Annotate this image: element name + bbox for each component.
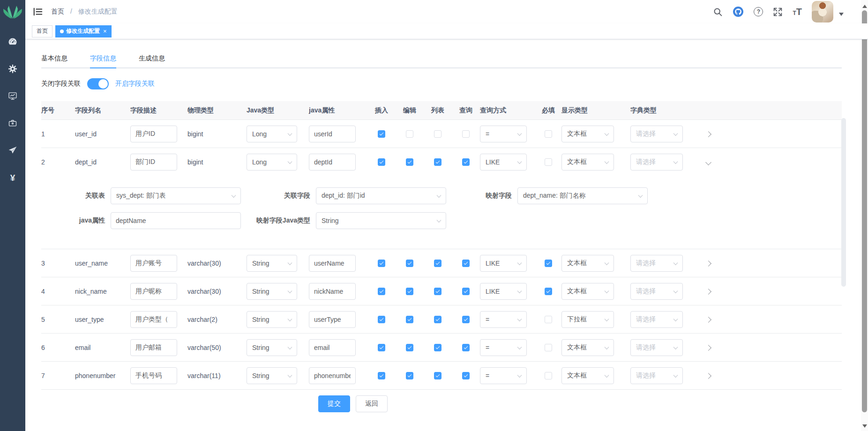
tab-2[interactable]: 生成信息 <box>139 49 165 67</box>
sidebar-item-toolbox[interactable] <box>0 110 25 137</box>
expand-row-icon[interactable] <box>705 131 711 137</box>
required-checkbox[interactable] <box>545 288 552 295</box>
java-attr-input[interactable] <box>309 339 356 356</box>
user-menu[interactable] <box>812 1 844 22</box>
description-input[interactable] <box>130 311 177 328</box>
query-checkbox[interactable] <box>462 130 470 138</box>
association-toggle[interactable] <box>87 78 109 89</box>
tag-active[interactable]: 修改生成配置 × <box>55 25 112 37</box>
required-checkbox[interactable] <box>545 316 552 323</box>
dict-type-select[interactable]: 请选择 <box>630 283 683 300</box>
expand-row-icon[interactable] <box>705 289 711 295</box>
scrollbar-down-arrow-icon[interactable] <box>862 424 867 430</box>
query-checkbox[interactable] <box>462 158 470 166</box>
github-icon[interactable] <box>733 6 744 17</box>
java-type-select[interactable]: String <box>247 283 297 300</box>
edit-checkbox[interactable] <box>406 372 413 379</box>
java-type-select[interactable]: String <box>247 367 297 384</box>
java-type-select[interactable]: String <box>247 311 297 328</box>
insert-checkbox[interactable] <box>378 344 385 351</box>
expand-row-icon[interactable] <box>705 317 711 323</box>
display-type-select[interactable]: 文本框 <box>561 255 614 272</box>
insert-checkbox[interactable] <box>378 260 385 267</box>
collapse-row-icon[interactable] <box>705 159 711 165</box>
tab-0[interactable]: 基本信息 <box>41 49 67 67</box>
display-type-select[interactable]: 文本框 <box>561 283 614 300</box>
java-attr-input[interactable] <box>309 126 356 142</box>
query-method-select[interactable]: = <box>480 311 527 328</box>
related-field-select[interactable]: dept_id: 部门id <box>316 187 446 204</box>
java-type-select[interactable]: String <box>247 339 297 356</box>
expand-row-icon[interactable] <box>705 345 711 351</box>
sidebar-item-currency[interactable]: ¥ <box>0 164 25 191</box>
query-checkbox[interactable] <box>462 316 470 323</box>
dict-type-select[interactable]: 请选择 <box>630 339 683 356</box>
related-table-select[interactable]: sys_dept: 部门表 <box>111 187 241 204</box>
edit-checkbox[interactable] <box>406 288 413 295</box>
fullscreen-icon[interactable] <box>773 7 783 17</box>
query-checkbox[interactable] <box>462 344 470 351</box>
insert-checkbox[interactable] <box>378 372 385 379</box>
expand-row-icon[interactable] <box>705 260 711 267</box>
tag-home[interactable]: 首页 <box>32 25 52 37</box>
query-checkbox[interactable] <box>462 260 470 267</box>
help-icon[interactable]: ? <box>754 7 763 16</box>
required-checkbox[interactable] <box>545 344 552 351</box>
java-attr-input[interactable] <box>309 283 356 300</box>
java-attr-input[interactable] <box>309 367 356 384</box>
list-checkbox[interactable] <box>434 344 441 351</box>
display-type-select[interactable]: 文本框 <box>561 154 614 171</box>
scrollbar-thumb[interactable] <box>862 10 867 412</box>
browser-scrollbar[interactable] <box>861 0 868 431</box>
java-type-select[interactable]: Long <box>247 126 297 142</box>
display-type-select[interactable]: 文本框 <box>561 339 614 356</box>
query-checkbox[interactable] <box>462 288 470 295</box>
description-input[interactable] <box>130 255 177 272</box>
sidebar-item-send[interactable] <box>0 137 25 164</box>
query-method-select[interactable]: = <box>480 126 527 142</box>
avatar[interactable] <box>812 1 833 22</box>
dict-type-select[interactable]: 请选择 <box>630 311 683 328</box>
list-checkbox[interactable] <box>434 372 441 379</box>
mapped-field-select[interactable]: dept_name: 部门名称 <box>517 187 648 204</box>
tag-close-icon[interactable]: × <box>103 28 107 34</box>
display-type-select[interactable]: 文本框 <box>561 126 614 142</box>
edit-checkbox[interactable] <box>406 260 413 267</box>
edit-checkbox[interactable] <box>406 316 413 323</box>
query-method-select[interactable]: LIKE <box>480 283 527 300</box>
edit-checkbox[interactable] <box>406 130 413 138</box>
description-input[interactable] <box>130 283 177 300</box>
expand-row-icon[interactable] <box>705 373 711 379</box>
java-type-select[interactable]: String <box>247 255 297 272</box>
table-scrollbar-thumb[interactable] <box>841 118 846 287</box>
back-button[interactable]: 返回 <box>356 395 388 412</box>
required-checkbox[interactable] <box>545 372 552 379</box>
query-method-select[interactable]: LIKE <box>480 154 527 171</box>
display-type-select[interactable]: 下拉框 <box>561 311 614 328</box>
sidebar-fold-icon[interactable] <box>33 7 43 17</box>
java-type-select[interactable]: Long <box>247 154 297 171</box>
scrollbar-up-arrow-icon[interactable] <box>862 2 867 8</box>
display-type-select[interactable]: 文本框 <box>561 367 614 384</box>
list-checkbox[interactable] <box>434 158 441 166</box>
description-input[interactable] <box>130 367 177 384</box>
edit-checkbox[interactable] <box>406 158 413 166</box>
tab-1[interactable]: 字段信息 <box>90 49 116 67</box>
required-checkbox[interactable] <box>545 260 552 267</box>
submit-button[interactable]: 提交 <box>318 395 350 412</box>
edit-checkbox[interactable] <box>406 344 413 351</box>
sidebar-item-monitor[interactable] <box>0 82 25 110</box>
list-checkbox[interactable] <box>434 130 441 138</box>
sidebar-item-settings[interactable] <box>0 55 25 82</box>
query-method-select[interactable]: LIKE <box>480 255 527 272</box>
list-checkbox[interactable] <box>434 316 441 323</box>
list-checkbox[interactable] <box>434 288 441 295</box>
insert-checkbox[interactable] <box>378 130 385 138</box>
insert-checkbox[interactable] <box>378 158 385 166</box>
java-attr-input[interactable] <box>309 154 356 171</box>
sidebar-item-dashboard[interactable] <box>0 28 25 55</box>
app-logo[interactable] <box>0 0 25 26</box>
description-input[interactable] <box>130 339 177 356</box>
query-checkbox[interactable] <box>462 372 470 379</box>
query-method-select[interactable]: = <box>480 367 527 384</box>
